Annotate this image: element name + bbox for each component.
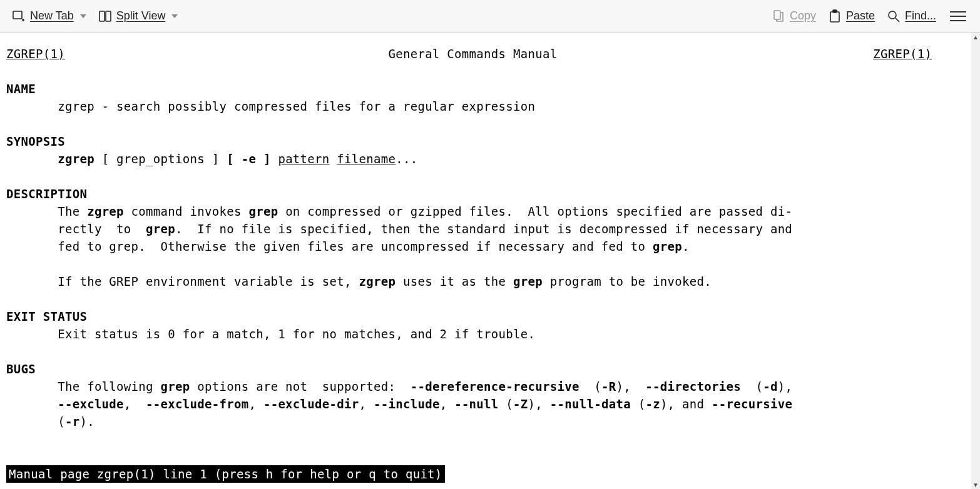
svg-rect-4 bbox=[830, 12, 839, 22]
header-right: ZGREP(1) bbox=[873, 47, 932, 61]
split-view-button[interactable]: Split View bbox=[94, 6, 182, 26]
chevron-down-icon bbox=[80, 14, 86, 18]
scroll-down-icon[interactable]: ▼ bbox=[971, 480, 980, 489]
split-view-icon bbox=[98, 9, 113, 24]
find-label: Find... bbox=[905, 9, 936, 23]
new-tab-button[interactable]: New Tab bbox=[8, 6, 90, 26]
svg-rect-0 bbox=[13, 11, 22, 19]
synopsis-heading: SYNOPSIS bbox=[6, 134, 65, 148]
status-line: Manual page zgrep(1) line 1 (press h for… bbox=[6, 465, 445, 483]
name-text: zgrep - search possibly compressed files… bbox=[58, 99, 535, 113]
copy-button[interactable]: Copy bbox=[767, 6, 820, 26]
menu-button[interactable] bbox=[944, 6, 972, 27]
new-tab-label: New Tab bbox=[30, 9, 74, 23]
exit-heading: EXIT STATUS bbox=[6, 310, 87, 323]
manpage-content: ZGREP(1) General Commands Manual ZGREP(1… bbox=[0, 33, 980, 430]
paste-label: Paste bbox=[846, 9, 875, 23]
hamburger-icon bbox=[950, 8, 966, 24]
bugs-heading: BUGS bbox=[6, 362, 36, 376]
exit-text: Exit status is 0 for a match, 1 for no m… bbox=[58, 327, 535, 341]
header-center: General Commands Manual bbox=[388, 47, 557, 61]
paste-icon bbox=[827, 9, 842, 24]
header-left: ZGREP(1) bbox=[6, 47, 65, 61]
svg-rect-3 bbox=[774, 11, 780, 19]
scrollbar[interactable]: ▲ ▼ bbox=[971, 33, 980, 489]
terminal-area[interactable]: ZGREP(1) General Commands Manual ZGREP(1… bbox=[0, 33, 980, 489]
paste-button[interactable]: Paste bbox=[824, 6, 879, 26]
split-view-label: Split View bbox=[116, 9, 166, 23]
chevron-down-icon bbox=[171, 14, 178, 18]
name-heading: NAME bbox=[6, 82, 36, 96]
svg-rect-1 bbox=[100, 11, 105, 21]
toolbar: New Tab Split View Copy Paste Find... bbox=[0, 0, 980, 33]
scroll-up-icon[interactable]: ▲ bbox=[971, 33, 980, 41]
copy-label: Copy bbox=[790, 9, 816, 23]
svg-rect-5 bbox=[833, 10, 837, 13]
description-heading: DESCRIPTION bbox=[6, 187, 87, 201]
svg-point-6 bbox=[889, 11, 896, 19]
copy-icon bbox=[771, 9, 786, 24]
new-tab-icon bbox=[11, 9, 26, 24]
svg-rect-2 bbox=[106, 11, 111, 21]
search-icon bbox=[886, 9, 901, 24]
find-button[interactable]: Find... bbox=[882, 6, 940, 26]
